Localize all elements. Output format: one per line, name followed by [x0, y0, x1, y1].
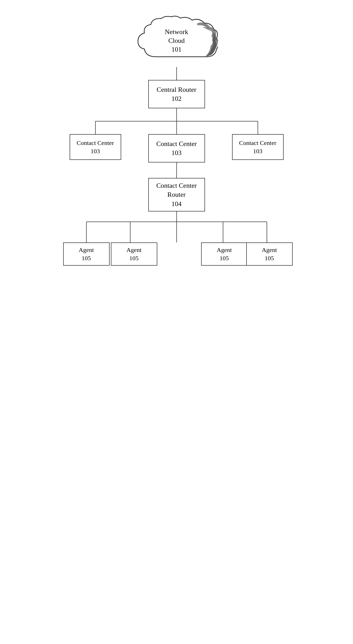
- cc-right-label2: 103: [253, 147, 262, 155]
- central-router-label1: Central Router: [157, 85, 196, 94]
- branch-lines-agents: [61, 211, 293, 242]
- central-router-label2: 102: [171, 94, 182, 103]
- agent5-label1: Agent: [262, 246, 277, 254]
- cc-router-box: Contact Center Router 104: [148, 178, 205, 211]
- page: Network Cloud 101 Central Router 102: [0, 0, 353, 644]
- agent2-label1: Agent: [126, 246, 142, 254]
- cc-center-col: Contact Center 103: [130, 134, 223, 162]
- cc-center-label2: 103: [171, 148, 182, 157]
- cc-router-label1: Contact Center: [156, 181, 197, 190]
- agent2-label2: 105: [129, 254, 139, 262]
- contact-center-center-box: Contact Center 103: [148, 134, 205, 162]
- cc-left-col: Contact Center 103: [61, 134, 130, 160]
- agent4-label2: 105: [220, 254, 229, 262]
- agent1-col: Agent 105: [61, 242, 112, 266]
- cc-center-label1: Contact Center: [156, 139, 197, 148]
- cloud-shape: Network Cloud 101: [135, 15, 218, 67]
- agent4-box: Agent 105: [201, 242, 248, 266]
- contact-center-right-box: Contact Center 103: [232, 134, 284, 160]
- agents-top-row: Agent 105 Agent 105 Agent 105: [61, 242, 293, 266]
- diagram: Network Cloud 101 Central Router 102: [0, 15, 353, 266]
- agent4-label1: Agent: [217, 246, 232, 254]
- cc-router-label3: 104: [171, 199, 182, 208]
- line-cc-to-ccrouter: [176, 162, 177, 178]
- line-cloud-to-router: [176, 67, 177, 80]
- central-router-box: Central Router 102: [148, 80, 205, 108]
- cc-left-label2: 103: [91, 147, 100, 155]
- contact-centers-row: Contact Center 103 Contact Center 103 Co…: [61, 134, 293, 162]
- cc-right-col: Contact Center 103: [223, 134, 293, 160]
- agent5-label2: 105: [265, 254, 274, 262]
- agent2-box: Agent 105: [111, 242, 157, 266]
- agent4-col: Agent 105: [202, 242, 246, 266]
- agent5-box: Agent 105: [246, 242, 293, 266]
- agent5-col: Agent 105: [246, 242, 293, 266]
- agent2-col: Agent 105: [112, 242, 156, 266]
- branch-lines-top: [61, 108, 293, 134]
- agent1-box: Agent 105: [63, 242, 110, 266]
- cc-left-label1: Contact Center: [77, 139, 114, 147]
- agent1-label1: Agent: [79, 246, 94, 254]
- agent1-label2: 105: [82, 254, 91, 262]
- cc-right-label1: Contact Center: [239, 139, 276, 147]
- contact-center-left-box: Contact Center 103: [70, 134, 121, 160]
- cc-router-label2: Router: [167, 190, 186, 199]
- cloud-container: Network Cloud 101: [135, 15, 218, 67]
